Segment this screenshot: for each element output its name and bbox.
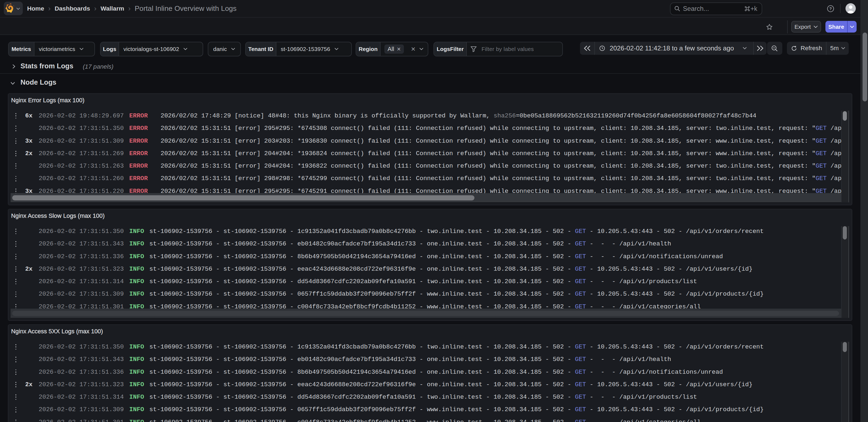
svg-text:?: ? (829, 6, 832, 11)
